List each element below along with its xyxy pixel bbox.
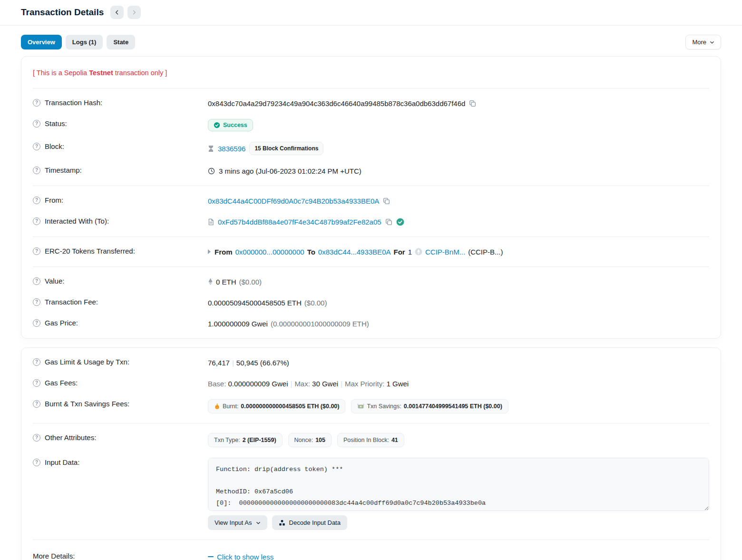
- from-address-link[interactable]: 0x83dC44a4C00DFf69d0A0c7c94B20b53a4933BE…: [208, 197, 379, 205]
- chevron-right-icon: [131, 10, 137, 15]
- row-label-text: Status:: [45, 119, 67, 128]
- row-timestamp: ? Timestamp: 3 mins ago (Jul-06-2023 01:…: [33, 160, 709, 181]
- timestamp-value: 3 mins ago (Jul-06-2023 01:02:24 PM +UTC…: [219, 167, 361, 175]
- copy-icon[interactable]: [383, 197, 390, 205]
- row-other-attributes: ? Other Attributes: Txn Type: 2 (EIP-155…: [33, 428, 709, 452]
- gas-fee-max-priority: 1 Gwei: [387, 380, 409, 388]
- nonce-badge: Nonce: 105: [288, 433, 332, 447]
- row-label-text: Gas Fees:: [45, 379, 78, 387]
- erc20-to-address-link[interactable]: 0x83dC44...4933BE0A: [318, 248, 391, 256]
- gas-price-eth: (0.000000001000000009 ETH): [271, 320, 369, 328]
- help-icon[interactable]: ?: [33, 434, 40, 442]
- chevron-down-icon: [256, 521, 261, 525]
- position-in-block-value: 41: [391, 437, 398, 443]
- erc20-from-address-link[interactable]: 0x000000...00000000: [235, 248, 304, 256]
- block-number-link[interactable]: 3836596: [218, 145, 245, 153]
- burnt-fees-badge: Burnt: 0.000000000000458505 ETH ($0.00): [208, 399, 345, 413]
- caret-right-icon[interactable]: [208, 249, 211, 254]
- help-icon[interactable]: ?: [33, 298, 40, 306]
- contract-file-icon: [208, 218, 214, 226]
- block-confirmations-badge: 15 Block Confirmations: [249, 142, 323, 155]
- row-label-text: Block:: [45, 142, 64, 150]
- help-icon[interactable]: ?: [33, 120, 40, 128]
- row-gas-limit-usage: ? Gas Limit & Usage by Txn: 76,417 | 50,…: [33, 352, 709, 373]
- page-header: Transaction Details: [21, 0, 721, 25]
- decode-input-data-button[interactable]: Decode Input Data: [272, 515, 347, 530]
- page-title: Transaction Details: [21, 7, 104, 18]
- token-name-link[interactable]: CCIP-BnM...: [425, 248, 465, 256]
- row-label-text: Burnt & Txn Savings Fees:: [45, 400, 129, 408]
- help-icon[interactable]: ?: [33, 459, 40, 466]
- gas-fee-max: 30 Gwei: [312, 380, 338, 388]
- row-label-text: Gas Limit & Usage by Txn:: [45, 358, 129, 366]
- row-interacted-with: ? Interacted With (To): 0xFd57b4ddBf88a4…: [33, 211, 709, 232]
- row-transaction-fee: ? Transaction Fee: 0.000050945000458505 …: [33, 292, 709, 313]
- gas-fee-base: 0.000000009 Gwei: [228, 380, 288, 388]
- chevron-left-icon: [114, 10, 120, 15]
- token-ticker: (CCIP-B...): [468, 248, 503, 256]
- help-icon[interactable]: ?: [33, 277, 40, 285]
- gas-limit: 76,417: [208, 359, 230, 367]
- gas-price-gwei: 1.000000009 Gwei: [208, 320, 268, 328]
- view-input-as-button[interactable]: View Input As: [208, 515, 267, 530]
- hourglass-icon: [208, 145, 214, 152]
- tab-state[interactable]: State: [107, 35, 135, 49]
- cubes-icon: [279, 520, 285, 526]
- clock-icon: [208, 167, 215, 175]
- transaction-details-page: Transaction Details: [0, 0, 742, 25]
- row-from: ? From: 0x83dC44a4C00DFf69d0A0c7c94B20b5…: [33, 190, 709, 211]
- row-transaction-hash: ? Transaction Hash: 0x843dc70a4a29d79234…: [33, 93, 709, 114]
- more-dropdown-button[interactable]: More: [685, 35, 721, 49]
- details-card: ? Gas Limit & Usage by Txn: 76,417 | 50,…: [21, 347, 721, 560]
- help-icon[interactable]: ?: [33, 247, 40, 255]
- fee-usd: ($0.00): [304, 299, 327, 307]
- previous-transaction-button[interactable]: [110, 6, 124, 19]
- copy-icon[interactable]: [385, 218, 392, 226]
- show-less-link[interactable]: Click to show less: [208, 553, 273, 560]
- erc20-amount: 1: [408, 248, 412, 256]
- nonce-value: 105: [315, 437, 325, 443]
- help-icon[interactable]: ?: [33, 319, 40, 327]
- tab-overview[interactable]: Overview: [21, 35, 62, 49]
- verified-check-icon: [396, 218, 404, 226]
- position-in-block-badge: Position In Block: 41: [337, 433, 404, 447]
- check-circle-icon: [214, 122, 220, 128]
- row-burnt-savings: ? Burnt & Txn Savings Fees: Burnt: 0.000…: [33, 394, 709, 419]
- burnt-fees-value: 0.000000000000458505 ETH ($0.00): [241, 403, 339, 410]
- row-value: ? Value: 0 ETH ($0.00): [33, 271, 709, 292]
- help-icon[interactable]: ?: [33, 99, 40, 107]
- help-icon[interactable]: ?: [33, 379, 40, 387]
- row-label-text: Input Data:: [45, 458, 79, 466]
- fire-icon: [214, 403, 220, 410]
- token-icon: [415, 248, 422, 255]
- tab-logs[interactable]: Logs (1): [66, 35, 103, 49]
- row-label-text: Transaction Hash:: [45, 98, 102, 107]
- copy-icon[interactable]: [469, 100, 476, 107]
- help-icon[interactable]: ?: [33, 400, 40, 408]
- help-icon[interactable]: ?: [33, 167, 40, 174]
- help-icon[interactable]: ?: [33, 217, 40, 225]
- to-address-link[interactable]: 0xFd57b4ddBf88a4e07fF4e34C487b99af2Fe82a…: [218, 218, 381, 226]
- chevron-down-icon: [710, 40, 714, 45]
- tab-bar: Overview Logs (1) State More: [21, 35, 721, 49]
- testnet-notice: [ This is a Sepolia Testnet transaction …: [33, 61, 709, 84]
- row-block: ? Block: 3836596 15 Block Confirmations: [33, 137, 709, 160]
- input-data-textarea[interactable]: Function: drip(address token) *** Method…: [208, 458, 709, 511]
- help-icon[interactable]: ?: [33, 358, 40, 366]
- money-wings-icon: [357, 403, 364, 410]
- row-label-text: Gas Price:: [45, 319, 78, 327]
- txn-savings-badge: Txn Savings: 0.001477404999541495 ETH ($…: [351, 399, 508, 413]
- value-usd: ($0.00): [239, 278, 262, 286]
- row-more-details: More Details: Click to show less: [33, 544, 709, 560]
- row-gas-price: ? Gas Price: 1.000000009 Gwei (0.0000000…: [33, 313, 709, 334]
- help-icon[interactable]: ?: [33, 143, 40, 150]
- value-amount: 0 ETH: [216, 278, 236, 286]
- status-badge: Success: [208, 119, 253, 131]
- next-transaction-button[interactable]: [127, 6, 141, 19]
- help-icon[interactable]: ?: [33, 196, 40, 204]
- row-label-text: ERC-20 Tokens Transferred:: [45, 247, 135, 255]
- txn-type-badge: Txn Type: 2 (EIP-1559): [208, 433, 283, 447]
- row-label-text: Timestamp:: [45, 166, 82, 174]
- gas-usage: 50,945 (66.67%): [236, 359, 289, 367]
- row-gas-fees: ? Gas Fees: Base: 0.000000009 Gwei | Max…: [33, 373, 709, 394]
